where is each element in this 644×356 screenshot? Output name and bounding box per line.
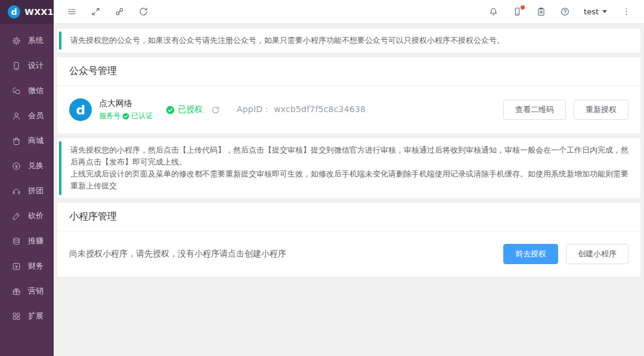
app-logo[interactable]: d WXX1 <box>0 0 54 24</box>
mini-program-alert: 请先授权您的小程序，然后点击【上传代码】，然后点击【提交审核】提交到微信官方进行… <box>57 138 640 198</box>
app-logo-letter: d <box>11 7 17 17</box>
mini-program-card: 小程序管理 尚未授权小程序，请先授权，没有小程序请点击创建小程序 前去授权 创建… <box>57 203 640 277</box>
sidebar-nav: 系统 设计 微信 会员 商城 兑换 拼团 砍价 <box>0 24 54 329</box>
sidebar-item-system[interactable]: 系统 <box>0 28 54 53</box>
app-name: WXX1 <box>24 7 54 17</box>
mini-program-card-title: 小程序管理 <box>57 203 640 231</box>
sidebar-item-label: 微信 <box>28 85 44 96</box>
topbar-right: test <box>481 0 638 24</box>
refresh-auth-button[interactable] <box>211 106 220 114</box>
sidebar-item-label: 推赚 <box>28 236 44 246</box>
help-button[interactable] <box>553 0 577 24</box>
refresh-icon <box>138 7 148 17</box>
authorized-badge: 已授权 <box>166 104 203 115</box>
reauthorize-button[interactable]: 重新授权 <box>574 100 628 120</box>
clipboard-button[interactable] <box>529 0 553 24</box>
clipboard-icon <box>536 7 546 17</box>
sidebar-item-label: 商城 <box>28 135 44 146</box>
sidebar-item-groupon[interactable]: 拼团 <box>0 178 54 203</box>
sidebar-item-marketing[interactable]: 营销 <box>0 278 54 304</box>
account-sub-info: 服务号 已认证 <box>99 111 153 121</box>
bargain-icon <box>11 211 21 221</box>
appid: AppID： wxcb5df7f5c8c34638 <box>237 104 366 115</box>
refresh-icon <box>211 106 220 114</box>
alert-text-line2: 上线完成后设计的页面及菜单的修改都不需要重新提交审核即可生效，如修改后手机端未变… <box>70 168 628 192</box>
alert-accent-bar <box>59 32 61 49</box>
view-qrcode-button[interactable]: 查看二维码 <box>503 100 566 120</box>
alert-text: 请先授权您的公众号，如果没有公众号请先注册公众号，如果只需要小程序功能不想要公众… <box>70 36 504 45</box>
wechat-icon <box>11 86 21 96</box>
account-info: 点大网络 服务号 已认证 <box>99 98 153 121</box>
member-icon <box>11 111 21 121</box>
chevron-down-icon <box>602 10 607 13</box>
marketing-icon <box>11 286 21 296</box>
official-account-actions: 查看二维码 重新授权 <box>503 100 628 120</box>
sidebar-item-extension[interactable]: 扩展 <box>0 304 54 329</box>
mini-program-card-body: 尚未授权小程序，请先授权，没有小程序请点击创建小程序 前去授权 创建小程序 <box>57 231 640 277</box>
authorized-label: 已授权 <box>178 104 203 115</box>
sidebar-item-member[interactable]: 会员 <box>0 103 54 128</box>
sidebar-item-label: 会员 <box>28 110 44 121</box>
account-name: 点大网络 <box>99 98 153 109</box>
bell-icon <box>488 7 499 17</box>
appid-value: wxcb5df7f5c8c34638 <box>274 104 366 114</box>
mobile-preview-button[interactable] <box>505 0 529 24</box>
extension-icon <box>11 311 21 321</box>
account-avatar-letter: d <box>76 103 85 117</box>
appid-label: AppID： <box>237 104 271 114</box>
gear-icon <box>11 36 21 46</box>
topbar: test <box>54 0 644 24</box>
official-account-card: 公众号管理 d 点大网络 服务号 已认证 已授权 <box>57 57 640 134</box>
finance-icon <box>11 261 21 271</box>
notifications-button[interactable] <box>481 0 505 24</box>
authorized-check-icon <box>166 106 175 114</box>
earn-icon <box>11 236 21 246</box>
link-icon <box>114 7 125 17</box>
more-button[interactable] <box>614 0 638 24</box>
sidebar-item-label: 财务 <box>28 261 44 271</box>
sidebar: d WXX1 系统 设计 微信 会员 商城 兑换 拼团 <box>0 0 54 356</box>
account-avatar: d <box>69 98 92 121</box>
sidebar-item-finance[interactable]: 财务 <box>0 253 54 278</box>
sidebar-item-earn[interactable]: 推赚 <box>0 228 54 253</box>
user-menu[interactable]: test <box>577 0 614 24</box>
mall-icon <box>11 136 21 146</box>
account-type-label: 服务号 <box>99 111 120 121</box>
help-icon <box>560 7 570 17</box>
official-account-card-body: d 点大网络 服务号 已认证 已授权 <box>57 86 640 134</box>
official-account-alert: 请先授权您的公众号，如果没有公众号请先注册公众号，如果只需要小程序功能不想要公众… <box>57 29 640 52</box>
alert-accent-bar <box>59 141 61 195</box>
create-mini-program-button[interactable]: 创建小程序 <box>566 244 628 264</box>
sidebar-item-label: 设计 <box>28 60 44 71</box>
groupon-icon <box>11 186 21 196</box>
go-authorize-button[interactable]: 前去授权 <box>503 244 558 264</box>
alert-text-line1: 请先授权您的小程序，然后点击【上传代码】，然后点击【提交审核】提交到微信官方进行… <box>70 144 628 168</box>
user-name: test <box>584 7 599 16</box>
mini-program-actions: 前去授权 创建小程序 <box>503 244 628 264</box>
fullscreen-button[interactable] <box>83 0 107 24</box>
sidebar-item-wechat[interactable]: 微信 <box>0 78 54 103</box>
menu-fold-button[interactable] <box>60 0 83 24</box>
sidebar-item-label: 系统 <box>28 35 44 46</box>
sidebar-item-label: 兑换 <box>28 160 44 171</box>
sidebar-item-label: 砍价 <box>28 210 44 221</box>
sidebar-item-design[interactable]: 设计 <box>0 53 54 78</box>
mini-program-empty-text: 尚未授权小程序，请先授权，没有小程序请点击创建小程序 <box>69 249 286 259</box>
fullscreen-icon <box>91 7 101 17</box>
sidebar-item-bargain[interactable]: 砍价 <box>0 203 54 228</box>
sidebar-item-mall[interactable]: 商城 <box>0 128 54 153</box>
app-logo-icon: d <box>8 5 20 18</box>
page-content: 请先授权您的公众号，如果没有公众号请先注册公众号，如果只需要小程序功能不想要公众… <box>54 24 644 356</box>
menu-fold-icon <box>67 7 77 17</box>
kebab-menu-icon <box>621 7 631 17</box>
refresh-page-button[interactable] <box>131 0 155 24</box>
official-account-card-title: 公众号管理 <box>57 57 640 86</box>
exchange-icon <box>11 161 21 171</box>
sidebar-item-label: 拼团 <box>28 185 44 196</box>
verified-label: 已认证 <box>131 111 153 121</box>
mobile-icon <box>11 61 21 71</box>
sidebar-item-label: 扩展 <box>28 311 44 321</box>
link-button[interactable] <box>107 0 131 24</box>
main-area: test 请先授权您的公众号，如果没有公众号请先注册公众号，如果只需要小程序功能… <box>54 0 644 356</box>
sidebar-item-exchange[interactable]: 兑换 <box>0 153 54 178</box>
